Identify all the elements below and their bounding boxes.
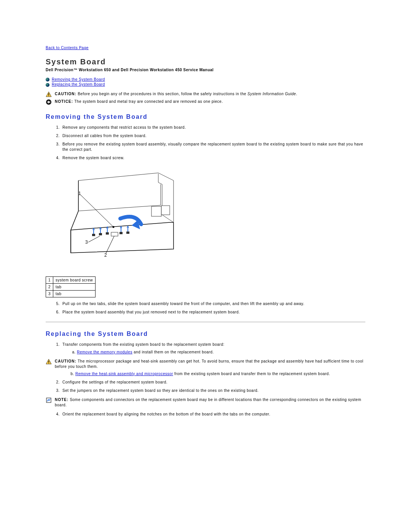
- caution-label: CAUTION:: [55, 92, 76, 96]
- note-label: NOTE:: [55, 398, 68, 402]
- svg-rect-21: [48, 361, 49, 363]
- callout-number: 3: [46, 290, 53, 297]
- caution-text-italic: System Information Guide: [247, 92, 296, 96]
- note-icon: [46, 397, 53, 403]
- bullet-icon: [46, 78, 49, 81]
- caution-block: CAUTION: Before you begin any of the pro…: [46, 91, 365, 97]
- replacing-steps-cont2: Orient the replacement board by aligning…: [46, 412, 365, 417]
- svg-rect-7: [92, 234, 95, 236]
- callout-number: 2: [46, 283, 53, 290]
- caution-text-after: .: [296, 92, 297, 96]
- svg-line-17: [88, 236, 100, 242]
- notice-block: NOTICE: The system board and metal tray …: [46, 99, 365, 105]
- remove-memory-link[interactable]: Remove the memory modules: [77, 350, 132, 354]
- list-item: Remove the memory modules and install th…: [77, 350, 365, 355]
- svg-text:2: 2: [104, 252, 107, 258]
- svg-rect-2: [48, 95, 49, 96]
- callout-text: tab: [53, 290, 96, 297]
- replacing-steps-cont: Configure the settings of the replacemen…: [46, 380, 365, 393]
- toc-item: Replacing the System Board: [46, 82, 365, 86]
- notice-text: The system board and metal tray are conn…: [73, 99, 223, 104]
- notice-icon: [46, 99, 53, 105]
- list-item: Disconnect all cables from the system bo…: [61, 133, 365, 139]
- svg-line-19: [106, 236, 114, 254]
- callout-text: tab: [53, 283, 96, 290]
- svg-text:3: 3: [85, 240, 88, 245]
- callout-table: 1system board screw 2tab 3tab: [46, 276, 96, 297]
- list-item: Before you remove the existing system bo…: [61, 142, 365, 152]
- caution-icon: [46, 359, 53, 365]
- page-subtitle: Dell Precision™ Workstation 650 and Dell…: [46, 68, 365, 72]
- section-divider: [46, 322, 365, 322]
- list-item: Orient the replacement board by aligning…: [61, 412, 365, 417]
- page-title: System Board: [46, 58, 365, 66]
- svg-rect-4: [151, 206, 161, 216]
- back-to-contents-link[interactable]: Back to Contents Page: [46, 46, 89, 50]
- list-item: Place the system board assembly that you…: [61, 310, 365, 315]
- notice-label: NOTICE:: [55, 99, 73, 104]
- step1b-rest: from the existing system board and trans…: [173, 372, 330, 376]
- svg-rect-5: [161, 206, 170, 215]
- list-item: Pull up on the two tabs, slide the syste…: [61, 301, 365, 307]
- table-row: 1system board screw: [46, 276, 96, 283]
- bullet-icon: [46, 83, 49, 87]
- toc-link-replacing[interactable]: Replacing the System Board: [52, 82, 105, 86]
- svg-rect-10: [111, 232, 118, 236]
- svg-rect-1: [48, 93, 49, 95]
- list-item: Remove the heat-sink assembly and microp…: [75, 372, 365, 376]
- toc-link-removing[interactable]: Removing the System Board: [52, 77, 105, 81]
- removing-steps-cont: Pull up on the two tabs, slide the syste…: [46, 301, 365, 315]
- table-row: 3tab: [46, 290, 96, 297]
- svg-point-15: [113, 226, 115, 228]
- substeps: Remove the memory modules and install th…: [62, 350, 365, 355]
- caution-block: CAUTION: The microprocessor package and …: [46, 359, 365, 369]
- replacing-section-title: Replacing the System Board: [46, 331, 365, 337]
- svg-rect-22: [48, 363, 49, 363]
- callout-number: 1: [46, 276, 53, 283]
- svg-rect-8: [99, 233, 102, 235]
- list-item: Transfer components from the existing sy…: [61, 342, 365, 355]
- removing-steps: Remove any components that restrict acce…: [46, 125, 365, 161]
- svg-rect-12: [126, 232, 129, 234]
- table-row: 2tab: [46, 283, 96, 290]
- substeps-cont: Remove the heat-sink assembly and microp…: [61, 372, 365, 376]
- svg-rect-11: [119, 232, 123, 234]
- list-item: Remove any components that restrict acce…: [61, 125, 365, 130]
- note-text: Some components and connectors on the re…: [55, 398, 361, 407]
- step1-text: Transfer components from the existing sy…: [62, 342, 225, 347]
- svg-rect-9: [106, 232, 109, 235]
- list-item: Configure the settings of the replacemen…: [61, 380, 365, 385]
- system-board-diagram: 1 3 2: [63, 165, 365, 273]
- list-item: Set the jumpers on the replacement syste…: [61, 388, 365, 393]
- toc-item: Removing the System Board: [46, 77, 365, 81]
- caution-icon: [46, 91, 53, 97]
- step1a-rest: and install them on the replacement boar…: [132, 350, 214, 354]
- svg-text:1: 1: [78, 191, 81, 196]
- note-block: NOTE: Some components and connectors on …: [46, 397, 365, 408]
- caution-text: The microprocessor package and heat-sink…: [55, 359, 363, 369]
- list-item: Remove the system board screw.: [61, 155, 365, 161]
- caution-label: CAUTION:: [55, 359, 76, 363]
- remove-heatsink-link[interactable]: Remove the heat-sink assembly and microp…: [75, 372, 173, 376]
- callout-text: system board screw: [53, 276, 96, 283]
- removing-section-title: Removing the System Board: [46, 113, 365, 120]
- caution-text-before: Before you begin any of the procedures i…: [78, 92, 247, 96]
- replacing-steps: Transfer components from the existing sy…: [46, 342, 365, 355]
